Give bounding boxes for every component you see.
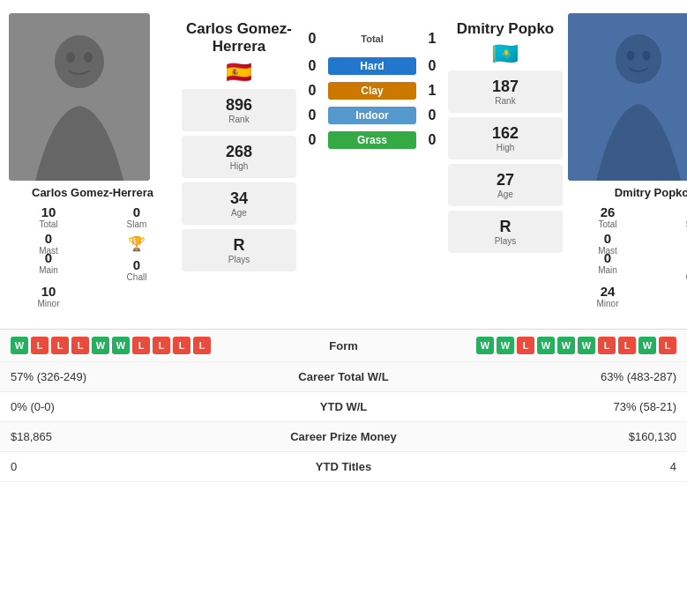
left-chall-label: Chall	[127, 272, 147, 282]
svg-point-3	[84, 52, 93, 63]
form-row: WLLLWWLLLL Form WWLWWWLLWL	[0, 330, 687, 362]
grass-right-score: 0	[422, 132, 443, 148]
right-rank-value: 187	[462, 78, 549, 96]
hard-surface-row: 0 Hard 0	[302, 57, 443, 75]
grass-surface-btn: Grass	[328, 131, 416, 149]
left-age-label: Age	[196, 208, 282, 218]
svg-point-5	[616, 34, 661, 84]
right-slam-cell: 0 Slam	[656, 204, 687, 229]
form-badge-l: L	[618, 337, 636, 354]
total-label: Total	[323, 33, 422, 44]
right-rank-label: Rank	[462, 96, 549, 106]
right-total-value: 26	[601, 204, 616, 219]
left-slam-cell: 0 Slam	[97, 204, 176, 229]
left-rank-value: 896	[196, 96, 282, 115]
indoor-surface-row: 0 Indoor 0	[302, 107, 443, 124]
left-prize: $18,865	[11, 430, 265, 443]
left-main-cell: 0 Main	[9, 250, 88, 282]
left-name-flag: Carlos Gomez-Herrera 🇪🇸	[186, 20, 292, 85]
right-main-cell: 0 Main	[568, 250, 647, 282]
left-rank-box: 896 Rank	[182, 89, 296, 131]
clay-surface-row: 0 Clay 1	[302, 82, 443, 100]
form-badge-w: W	[557, 337, 575, 354]
match-center-panel: 0 Total 1 0 Hard 0 0 Clay 1 0 Indoor 0 0	[302, 13, 443, 308]
right-total-label: Total	[598, 219, 616, 229]
left-player-column: Carlos Gomez-Herrera 10 Total 0 Slam 0 M…	[9, 13, 176, 308]
right-total-score: 1	[422, 31, 443, 47]
left-flag-icon: 🇪🇸	[226, 60, 252, 85]
form-badge-w: W	[11, 337, 28, 354]
right-flag-icon: 🇰🇿	[492, 41, 519, 66]
clay-right-score: 1	[422, 83, 443, 99]
form-badge-w: W	[92, 337, 109, 354]
left-minor-cell: 10 Minor	[9, 284, 88, 308]
right-plays-label: Plays	[462, 236, 549, 246]
indoor-left-score: 0	[302, 108, 323, 123]
right-plays-box: R Plays	[448, 211, 563, 253]
bottom-section: WLLLWWLLLL Form WWLWWWLLWL 57% (326-249)…	[0, 329, 687, 482]
left-slam-label: Slam	[127, 219, 147, 229]
left-high-box: 268 High	[182, 136, 296, 178]
left-trophy-icon: 🏆	[97, 231, 176, 256]
form-badge-w: W	[112, 337, 130, 354]
grass-left-score: 0	[302, 132, 323, 148]
right-plays-value: R	[462, 218, 549, 236]
form-label: Form	[291, 339, 397, 353]
ytd-titles-label: YTD Titles	[265, 460, 423, 473]
right-ytd-titles: 4	[423, 460, 677, 473]
right-chall-cell: 1 Chall	[656, 257, 687, 282]
left-total-cell: 10 Total	[9, 204, 88, 229]
left-main-label: Main	[39, 265, 58, 275]
form-badge-l: L	[193, 337, 211, 354]
ytd-titles-row: 0 YTD Titles 4	[0, 452, 687, 482]
clay-left-score: 0	[302, 83, 323, 99]
form-badge-w: W	[497, 337, 514, 354]
form-badge-w: W	[537, 337, 555, 354]
form-badge-l: L	[598, 337, 616, 354]
right-minor-value: 24	[601, 284, 616, 299]
ytd-wl-label: YTD W/L	[265, 400, 423, 413]
left-player-photo	[9, 13, 150, 181]
career-wl-label: Career Total W/L	[265, 370, 423, 383]
indoor-surface-btn: Indoor	[328, 107, 416, 124]
form-badge-l: L	[71, 337, 89, 354]
indoor-right-score: 0	[422, 108, 443, 123]
form-badge-w: W	[476, 337, 494, 354]
left-ytd-titles: 0	[11, 460, 265, 473]
prize-money-row: $18,865 Career Prize Money $160,130	[0, 422, 687, 452]
form-badge-l: L	[659, 337, 676, 354]
svg-point-6	[627, 51, 635, 61]
svg-point-1	[55, 35, 104, 88]
ytd-wl-row: 0% (0-0) YTD W/L 73% (58-21)	[0, 392, 687, 422]
top-section: Carlos Gomez-Herrera 10 Total 0 Slam 0 M…	[0, 0, 687, 322]
right-total-cell: 26 Total	[568, 204, 647, 229]
left-total-value: 10	[41, 204, 56, 219]
left-ytd-wl: 0% (0-0)	[11, 400, 265, 413]
right-high-box: 162 High	[448, 117, 563, 160]
total-row: 0 Total 1	[302, 31, 443, 47]
right-player-stats: 26 Total 0 Slam 0 Mast 🏆 0 Main	[568, 204, 687, 308]
right-mast-value: 0	[604, 231, 611, 246]
svg-point-7	[643, 51, 651, 61]
left-age-box: 34 Age	[182, 182, 296, 225]
left-high-label: High	[196, 161, 282, 171]
right-player-photo	[568, 13, 687, 181]
right-player-name-top: Dmitry Popko	[457, 20, 555, 38]
right-name-flag: Dmitry Popko 🇰🇿	[457, 20, 555, 66]
left-minor-value: 10	[41, 284, 56, 299]
form-badge-l: L	[132, 337, 150, 354]
right-high-label: High	[462, 143, 549, 152]
left-high-value: 268	[196, 143, 282, 161]
left-total-label: Total	[39, 219, 57, 229]
svg-point-2	[66, 52, 75, 63]
left-slam-value: 0	[133, 204, 140, 219]
right-age-value: 27	[462, 171, 549, 189]
left-chall-value: 0	[133, 257, 140, 272]
form-badge-l: L	[153, 337, 170, 354]
hard-left-score: 0	[302, 58, 323, 74]
right-minor-label: Minor	[596, 299, 618, 308]
left-form-badges: WLLLWWLLLL	[11, 337, 291, 354]
left-player-stats: 10 Total 0 Slam 0 Mast 🏆 0 Main	[9, 204, 176, 308]
right-age-label: Age	[462, 189, 549, 199]
right-trophy-icon: 🏆	[656, 231, 687, 256]
